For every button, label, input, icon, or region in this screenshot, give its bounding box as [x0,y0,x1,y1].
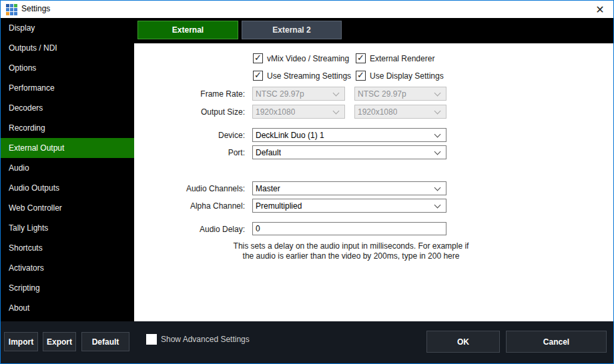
port-value: Default [253,148,281,157]
external-renderer-option[interactable]: External Renderer [356,53,434,63]
window-title: Settings [21,4,50,13]
vmix-video-streaming-option[interactable]: vMix Video / Streaming [253,53,349,63]
close-icon[interactable] [592,2,608,17]
sidebar-item-audio-outputs[interactable]: Audio Outputs [1,178,134,198]
sidebar-item-recording[interactable]: Recording [1,118,134,138]
show-advanced-settings-option[interactable]: Show Advanced Settings [146,334,250,345]
settings-window: Settings Display Outputs / NDI Options P… [0,0,614,364]
chevron-down-icon [434,107,441,114]
ok-button[interactable]: OK [426,331,500,353]
alpha-channel-select[interactable]: Premultiplied [252,199,446,213]
frame-rate-value-1: NTSC 29.97p [253,89,304,99]
audio-channels-select[interactable]: Master [252,181,446,195]
sidebar-item-performance[interactable]: Performance [1,78,134,98]
port-label: Port: [161,148,245,157]
sidebar-item-web-controller[interactable]: Web Controller [1,198,134,218]
port-select[interactable]: Default [252,145,446,159]
tab-external[interactable]: External [137,21,238,39]
sidebar-item-tally-lights[interactable]: Tally Lights [1,218,134,238]
output-size-select-1: 1920x1080 [252,105,345,119]
chevron-down-icon [434,201,441,208]
titlebar: Settings [1,1,613,18]
sidebar-item-outputs-ndi[interactable]: Outputs / NDI [1,38,134,58]
output-size-label: Output Size: [161,107,245,117]
audio-delay-help-line1: This sets a delay on the audio input in … [231,241,471,251]
chevron-down-icon [434,148,441,155]
export-button[interactable]: Export [43,332,76,351]
show-advanced-settings-checkbox[interactable] [146,334,157,345]
sidebar-item-scripting[interactable]: Scripting [1,278,134,298]
audio-delay-help-line2: the audio is earlier than the video by 2… [231,251,471,261]
vmix-video-streaming-checkbox[interactable] [253,53,263,63]
external-renderer-label: External Renderer [370,54,434,63]
main-area: External External 2 [134,18,613,321]
audio-delay-input[interactable] [252,222,446,235]
frame-rate-select-2: NTSC 29.97p [354,87,446,101]
use-display-settings-option[interactable]: Use Display Settings [356,71,444,81]
device-label: Device: [161,131,245,140]
device-select[interactable]: DeckLink Duo (1) 1 [252,128,446,142]
audio-channels-label: Audio Channels: [161,184,245,193]
use-streaming-settings-checkbox[interactable] [253,71,263,81]
tab-external-2[interactable]: External 2 [242,21,342,39]
frame-rate-value-2: NTSC 29.97p [355,89,406,99]
use-display-settings-checkbox[interactable] [356,71,366,81]
chevron-down-icon [333,107,340,114]
vmix-logo-icon [6,4,17,15]
frame-rate-label: Frame Rate: [161,89,245,99]
use-streaming-settings-option[interactable]: Use Streaming Settings [253,71,351,81]
frame-rate-select-1: NTSC 29.97p [252,87,345,101]
sidebar-item-audio[interactable]: Audio [1,158,134,178]
default-button[interactable]: Default [81,332,129,351]
chevron-down-icon [333,89,340,96]
use-display-settings-label: Use Display Settings [370,71,444,81]
sidebar-item-display[interactable]: Display [1,18,134,38]
chevron-down-icon [434,184,441,191]
sidebar-item-about[interactable]: About [1,298,134,318]
sidebar-item-external-output[interactable]: External Output [1,138,134,158]
use-streaming-settings-label: Use Streaming Settings [267,71,351,81]
audio-delay-label: Audio Delay: [161,225,245,234]
sidebar-item-options[interactable]: Options [1,58,134,78]
audio-channels-value: Master [253,184,280,193]
import-button[interactable]: Import [4,332,38,351]
sidebar: Display Outputs / NDI Options Performanc… [1,18,134,321]
sidebar-item-shortcuts[interactable]: Shortcuts [1,238,134,258]
output-size-value-1: 1920x1080 [253,107,295,117]
cancel-button[interactable]: Cancel [506,331,607,353]
show-advanced-settings-label: Show Advanced Settings [161,335,250,344]
audio-delay-help: This sets a delay on the audio input in … [231,241,471,261]
sidebar-item-decoders[interactable]: Decoders [1,98,134,118]
alpha-channel-label: Alpha Channel: [161,201,245,211]
device-value: DeckLink Duo (1) 1 [253,131,324,140]
output-size-value-2: 1920x1080 [355,107,397,117]
alpha-channel-value: Premultiplied [253,201,302,211]
vmix-video-streaming-label: vMix Video / Streaming [267,54,349,63]
chevron-down-icon [434,89,441,96]
chevron-down-icon [434,131,441,137]
output-size-select-2: 1920x1080 [354,105,446,119]
sidebar-item-activators[interactable]: Activators [1,258,134,278]
external-renderer-checkbox[interactable] [356,53,366,63]
